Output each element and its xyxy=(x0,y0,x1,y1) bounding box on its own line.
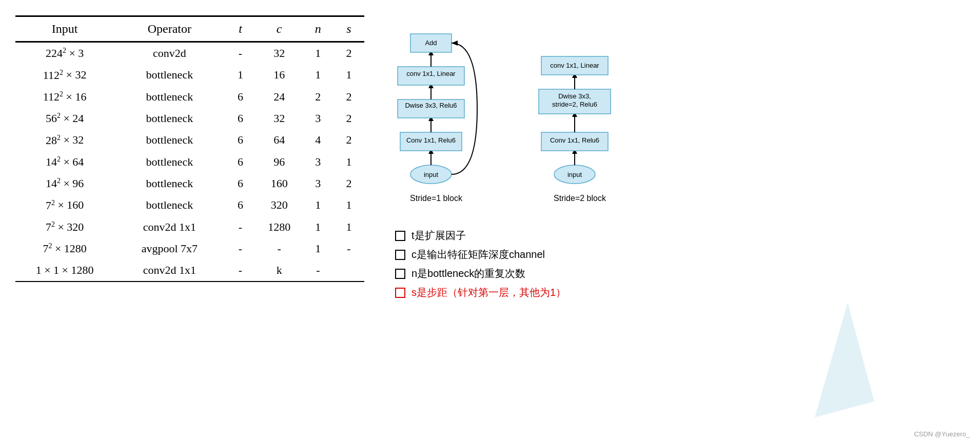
cell-input: 1122 × 16 xyxy=(15,86,114,108)
cell-input: 562 × 24 xyxy=(15,108,114,129)
legend-icon-t xyxy=(395,231,405,241)
col-header-s: s xyxy=(334,16,364,42)
svg-text:Add: Add xyxy=(425,39,437,47)
cell-t: 6 xyxy=(225,194,256,216)
cell-n: 1 xyxy=(303,194,334,216)
legend-item-s: s是步距（针对第一层，其他为1） xyxy=(395,286,965,299)
svg-text:Dwise 3x3,: Dwise 3x3, xyxy=(558,92,591,100)
diagrams-row: input Conv 1x1, Relu6 Dwise 3x3, Relu6 xyxy=(385,10,965,213)
col-header-input: Input xyxy=(15,16,114,42)
right-section: input Conv 1x1, Relu6 Dwise 3x3, Relu6 xyxy=(364,10,965,432)
cell-operator: conv2d 1x1 xyxy=(114,259,225,282)
table-section: Input Operator t c n s 2242 × 3conv2d-32… xyxy=(15,10,364,432)
cell-n: 4 xyxy=(303,129,334,151)
svg-text:input: input xyxy=(424,171,439,178)
cell-c: 32 xyxy=(256,108,303,129)
legend-icon-s xyxy=(395,288,405,298)
cell-input: 2242 × 3 xyxy=(15,42,114,65)
svg-text:input: input xyxy=(567,171,582,178)
table-row: 1122 × 16bottleneck62422 xyxy=(15,86,364,108)
cell-operator: bottleneck xyxy=(114,64,225,86)
table-row: 72 × 320conv2d 1x1-128011 xyxy=(15,216,364,238)
legend-item-c: c是输出特征矩阵深度channel xyxy=(395,248,965,262)
table-row: 1 × 1 × 1280conv2d 1x1-k- xyxy=(15,259,364,282)
cell-t: - xyxy=(225,259,256,282)
cell-c: k xyxy=(256,259,303,282)
cell-t: 6 xyxy=(225,86,256,108)
legend-text-n: n是bottleneck的重复次数 xyxy=(411,267,525,280)
svg-marker-18 xyxy=(452,41,458,46)
svg-text:Dwise 3x3, Relu6: Dwise 3x3, Relu6 xyxy=(405,102,457,109)
cell-n: 3 xyxy=(303,173,334,194)
cell-s: 1 xyxy=(334,64,364,86)
cell-t: 6 xyxy=(225,129,256,151)
cell-s: 1 xyxy=(334,216,364,238)
table-row: 1122 × 32bottleneck11611 xyxy=(15,64,364,86)
cell-c: - xyxy=(256,238,303,259)
stride1-diagram: input Conv 1x1, Relu6 Dwise 3x3, Relu6 xyxy=(385,15,487,203)
cell-t: - xyxy=(225,216,256,238)
legend-item-n: n是bottleneck的重复次数 xyxy=(395,267,965,280)
cell-operator: conv2d xyxy=(114,42,225,65)
table-row: 72 × 1280avgpool 7x7--1- xyxy=(15,238,364,259)
cell-n: 1 xyxy=(303,64,334,86)
svg-text:conv 1x1, Linear: conv 1x1, Linear xyxy=(406,70,456,77)
cell-t: - xyxy=(225,42,256,65)
svg-text:stride=2, Relu6: stride=2, Relu6 xyxy=(552,101,597,108)
cell-s xyxy=(334,259,364,282)
table-row: 2242 × 3conv2d-3212 xyxy=(15,42,364,65)
table-row: 142 × 64bottleneck69631 xyxy=(15,151,364,173)
cell-t: 6 xyxy=(225,151,256,173)
cell-operator: conv2d 1x1 xyxy=(114,216,225,238)
col-header-operator: Operator xyxy=(114,16,225,42)
cell-operator: bottleneck xyxy=(114,151,225,173)
architecture-table: Input Operator t c n s 2242 × 3conv2d-32… xyxy=(15,15,364,282)
col-header-t: t xyxy=(225,16,256,42)
legend-text-s: s是步距（针对第一层，其他为1） xyxy=(411,286,566,299)
cell-n: 1 xyxy=(303,42,334,65)
cell-t: - xyxy=(225,238,256,259)
cell-c: 96 xyxy=(256,151,303,173)
cell-input: 72 × 160 xyxy=(15,194,114,216)
table-row: 562 × 24bottleneck63232 xyxy=(15,108,364,129)
cell-c: 16 xyxy=(256,64,303,86)
col-header-n: n xyxy=(303,16,334,42)
col-header-c: c xyxy=(256,16,303,42)
cell-s: 1 xyxy=(334,194,364,216)
cell-t: 6 xyxy=(225,108,256,129)
watermark-triangle xyxy=(788,303,874,417)
stride2-label: Stride=2 block xyxy=(554,194,606,203)
watermark-text: CSDN @Yuezero_ xyxy=(914,430,970,438)
cell-c: 160 xyxy=(256,173,303,194)
cell-c: 24 xyxy=(256,86,303,108)
cell-operator: bottleneck xyxy=(114,108,225,129)
cell-t: 1 xyxy=(225,64,256,86)
cell-c: 1280 xyxy=(256,216,303,238)
table-row: 142 × 96bottleneck616032 xyxy=(15,173,364,194)
cell-input: 142 × 64 xyxy=(15,151,114,173)
legend-text-t: t是扩展因子 xyxy=(411,229,466,243)
cell-c: 64 xyxy=(256,129,303,151)
cell-operator: bottleneck xyxy=(114,173,225,194)
cell-s: 2 xyxy=(334,173,364,194)
cell-n: 2 xyxy=(303,86,334,108)
cell-s: 2 xyxy=(334,86,364,108)
legend-icon-n xyxy=(395,269,405,279)
cell-n: - xyxy=(303,259,334,282)
svg-text:conv 1x1, Linear: conv 1x1, Linear xyxy=(550,62,599,69)
cell-n: 3 xyxy=(303,151,334,173)
table-row: 72 × 160bottleneck632011 xyxy=(15,194,364,216)
cell-n: 1 xyxy=(303,238,334,259)
cell-n: 3 xyxy=(303,108,334,129)
table-row: 282 × 32bottleneck66442 xyxy=(15,129,364,151)
cell-n: 1 xyxy=(303,216,334,238)
legend-item-t: t是扩展因子 xyxy=(395,229,965,243)
stride1-label: Stride=1 block xyxy=(410,194,462,203)
cell-t: 6 xyxy=(225,173,256,194)
cell-operator: avgpool 7x7 xyxy=(114,238,225,259)
cell-s: 2 xyxy=(334,108,364,129)
cell-s: 1 xyxy=(334,151,364,173)
cell-input: 142 × 96 xyxy=(15,173,114,194)
legend-section: t是扩展因子 c是输出特征矩阵深度channel n是bottleneck的重复… xyxy=(385,229,965,305)
legend-icon-c xyxy=(395,250,405,260)
